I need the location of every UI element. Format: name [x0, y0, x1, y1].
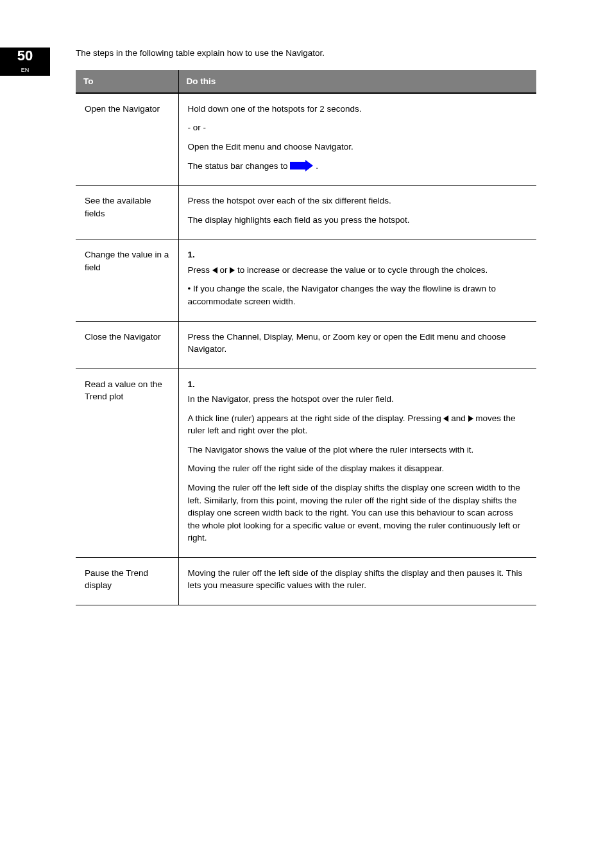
instruction-text: Moving the ruler off the right side of t… — [188, 462, 528, 475]
table-row: Open the Navigator Hold down one of the … — [76, 93, 536, 186]
text-fragment: and — [451, 413, 468, 423]
table-row: Change the value in a field 1. Press or … — [76, 239, 536, 321]
triangle-left-icon — [443, 415, 448, 422]
d-arrow-icon — [290, 161, 313, 171]
page-corner-tab: 50 EN — [0, 48, 50, 76]
row-label: Pause the Trend display — [76, 557, 178, 605]
instruction-text: The status bar changes to . — [188, 160, 528, 173]
page-section-label: EN — [0, 63, 50, 77]
text-fragment: A thick line (ruler) appears at the righ… — [188, 413, 444, 423]
instruction-text: Moving the ruler off the left side of th… — [188, 482, 528, 544]
step-number: 1. — [188, 378, 528, 391]
row-instructions: Hold down one of the hotspots for 2 seco… — [178, 93, 536, 186]
instruction-text: 1. Press or to increase or decrease the … — [188, 248, 528, 276]
table-row: Read a value on the Trend plot 1. In the… — [76, 369, 536, 557]
text-fragment: . — [316, 161, 318, 171]
text-fragment: The status bar changes to — [188, 161, 291, 171]
instruction-text: Press the hotspot over each of the six d… — [188, 195, 528, 207]
instruction-text: A thick line (ruler) appears at the righ… — [188, 412, 528, 437]
table-row: See the available fields Press the hotsp… — [76, 186, 536, 239]
text-fragment: Press — [188, 265, 212, 275]
row-label: Open the Navigator — [76, 93, 178, 186]
triangle-right-icon — [230, 267, 235, 273]
instruction-text: The display highlights each field as you… — [188, 214, 528, 227]
triangle-left-icon — [212, 267, 217, 273]
table-row: Pause the Trend display Moving the ruler… — [76, 557, 536, 605]
row-instructions: Press the Channel, Display, Menu, or Zoo… — [178, 321, 536, 369]
row-label: Read a value on the Trend plot — [76, 369, 178, 557]
step-number: 1. — [188, 248, 528, 261]
column-header-do-this: Do this — [178, 70, 536, 93]
instruction-text: 1. In the Navigator, press the hotspot o… — [188, 378, 528, 406]
intro-paragraph: The steps in the following table explain… — [76, 48, 536, 60]
page-number: 50 — [0, 49, 50, 63]
text-fragment: In the Navigator, press the hotspot over… — [188, 394, 394, 404]
instruction-text: Open the Edit menu and choose Navigator. — [188, 141, 528, 153]
text-fragment: or — [220, 265, 230, 275]
row-instructions: Press the hotspot over each of the six d… — [178, 186, 536, 239]
row-instructions: Moving the ruler off the left side of th… — [178, 557, 536, 605]
instruction-text: - or - — [188, 121, 528, 134]
column-header-to: To — [76, 70, 178, 93]
row-instructions: 1. Press or to increase or decrease the … — [178, 239, 536, 321]
triangle-right-icon — [468, 415, 473, 422]
row-instructions: 1. In the Navigator, press the hotspot o… — [178, 369, 536, 557]
instruction-text: The Navigator shows the value of the plo… — [188, 444, 528, 456]
instruction-text: Hold down one of the hotspots for 2 seco… — [188, 103, 528, 116]
row-label: Close the Navigator — [76, 321, 178, 369]
text-fragment: to increase or decrease the value or to … — [237, 265, 488, 275]
instruction-text: • If you change the scale, the Navigator… — [188, 282, 528, 308]
row-label: See the available fields — [76, 186, 178, 239]
table-row: Close the Navigator Press the Channel, D… — [76, 321, 536, 369]
navigator-instructions-table: To Do this Open the Navigator Hold down … — [76, 70, 536, 605]
row-label: Change the value in a field — [76, 239, 178, 321]
